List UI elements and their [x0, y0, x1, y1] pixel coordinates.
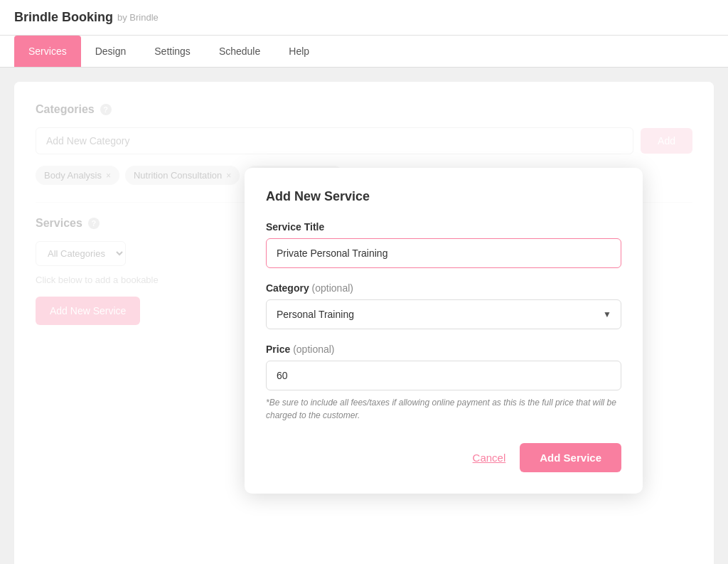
main-content: Categories ? Add Body Analysis × Nutriti… — [14, 82, 714, 564]
service-title-input[interactable] — [266, 238, 621, 268]
price-input[interactable] — [266, 361, 621, 390]
app-subtitle: by Brindle — [117, 12, 159, 23]
tab-help[interactable]: Help — [274, 36, 323, 67]
category-label: Category (optional) — [266, 282, 621, 294]
app-title: Brindle Booking — [14, 10, 113, 25]
service-title-label: Service Title — [266, 221, 621, 233]
nav-tabs: Services Design Settings Schedule Help — [0, 36, 728, 68]
top-bar: Brindle Booking by Brindle — [0, 0, 728, 36]
price-optional-text: (optional) — [293, 344, 334, 355]
price-note: *Be sure to include all fees/taxes if al… — [266, 396, 621, 422]
tab-services[interactable]: Services — [14, 36, 81, 67]
category-select-wrapper: Personal Training Body Analysis Nutritio… — [266, 299, 621, 329]
service-title-group: Service Title — [266, 221, 621, 268]
tab-settings[interactable]: Settings — [140, 36, 205, 67]
category-group: Category (optional) Personal Training Bo… — [266, 282, 621, 329]
modal-footer: Cancel Add Service — [266, 443, 621, 472]
cancel-button[interactable]: Cancel — [473, 452, 506, 464]
tab-design[interactable]: Design — [81, 36, 141, 67]
category-select[interactable]: Personal Training Body Analysis Nutritio… — [266, 299, 621, 329]
price-group: Price (optional) *Be sure to include all… — [266, 344, 621, 422]
add-service-button[interactable]: Add Service — [520, 443, 621, 472]
category-optional-text: (optional) — [312, 282, 353, 294]
tab-schedule[interactable]: Schedule — [205, 36, 274, 67]
modal-title: Add New Service — [266, 189, 621, 204]
add-service-modal: Add New Service Service Title Category (… — [245, 168, 643, 494]
price-label: Price (optional) — [266, 344, 621, 355]
